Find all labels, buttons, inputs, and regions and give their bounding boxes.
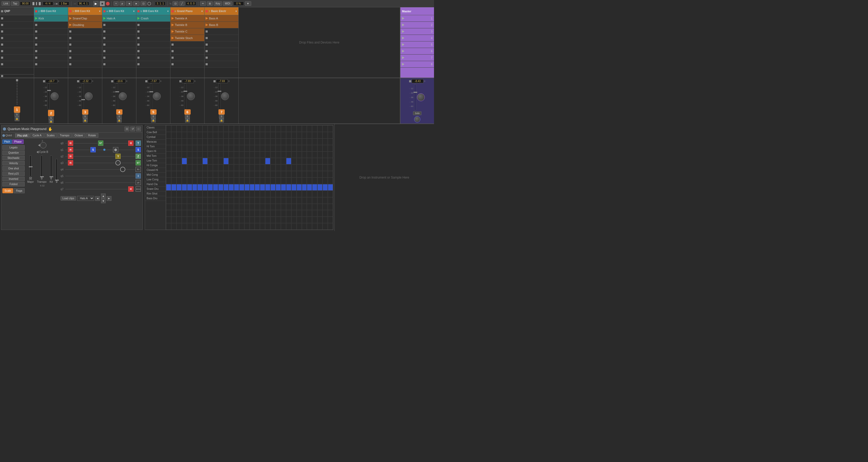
- drum-cell-14-24[interactable]: [291, 217, 297, 223]
- clip-4-3[interactable]: [102, 28, 136, 35]
- clip-4-7[interactable]: [102, 55, 136, 61]
- drum-cell-3-0[interactable]: [166, 145, 171, 152]
- drum-cell-0-24[interactable]: [291, 125, 297, 132]
- clip-twinkle-b[interactable]: Twinkle B: [170, 22, 204, 28]
- drum-cell-11-5[interactable]: [192, 197, 197, 204]
- master-slot-4[interactable]: 4: [400, 35, 434, 41]
- scale-slider[interactable]: [30, 155, 31, 177]
- drum-cell-12-26[interactable]: [302, 204, 307, 210]
- q1-gate-plus[interactable]: ⊕: [113, 147, 118, 152]
- drum-cell-3-17[interactable]: [255, 145, 260, 152]
- drum-cell-5-12[interactable]: [229, 158, 234, 164]
- drum-cell-12-11[interactable]: [223, 204, 229, 210]
- drum-cell-0-0[interactable]: [166, 125, 171, 132]
- kit-slider[interactable]: [50, 155, 52, 177]
- drum-cell-8-19[interactable]: [265, 178, 270, 184]
- drum-cell-9-25[interactable]: [297, 184, 302, 191]
- drum-cell-1-21[interactable]: [276, 132, 281, 138]
- drum-cell-1-4[interactable]: [187, 132, 192, 138]
- fader-4[interactable]: [116, 83, 118, 109]
- db-display-2[interactable]: -16.7: [45, 79, 57, 83]
- drum-cell-12-1[interactable]: [171, 204, 177, 210]
- drum-cell-12-2[interactable]: [177, 204, 182, 210]
- drum-cell-0-23[interactable]: [286, 125, 291, 132]
- drum-cell-10-6[interactable]: [197, 191, 203, 197]
- back-btn[interactable]: ◄: [126, 1, 132, 6]
- drum-cell-11-15[interactable]: [244, 197, 250, 204]
- drum-cell-3-5[interactable]: [192, 145, 197, 152]
- drum-cell-4-0[interactable]: [166, 152, 171, 158]
- knob-master[interactable]: [417, 93, 425, 101]
- drum-cell-7-2[interactable]: [177, 171, 182, 178]
- drum-cell-4-10[interactable]: [218, 152, 223, 158]
- drum-cell-8-2[interactable]: [177, 178, 182, 184]
- drum-cell-2-29[interactable]: [317, 138, 322, 145]
- drum-cell-15-21[interactable]: [276, 223, 281, 230]
- drum-cell-2-7[interactable]: [203, 138, 208, 145]
- drum-cell-6-2[interactable]: [177, 164, 182, 171]
- drum-cell-11-22[interactable]: [281, 197, 286, 204]
- drum-cell-7-16[interactable]: [250, 171, 255, 178]
- drum-cell-2-22[interactable]: [281, 138, 286, 145]
- drum-cell-1-31[interactable]: [328, 132, 333, 138]
- clip-3-4[interactable]: [68, 35, 102, 41]
- clip-2-8[interactable]: [34, 61, 68, 68]
- drum-cell-0-17[interactable]: [255, 125, 260, 132]
- drum-cell-6-24[interactable]: [291, 164, 297, 171]
- drum-cell-5-6[interactable]: [197, 158, 203, 164]
- drum-cell-11-30[interactable]: [322, 197, 328, 204]
- drum-cell-10-5[interactable]: [192, 191, 197, 197]
- drum-cell-9-17[interactable]: [255, 184, 260, 191]
- drum-cell-6-9[interactable]: [213, 164, 218, 171]
- drum-cell-8-0[interactable]: [166, 178, 171, 184]
- solo-s-4[interactable]: S: [117, 115, 121, 118]
- transpo-slider[interactable]: [41, 155, 42, 177]
- drum-cell-12-8[interactable]: [208, 204, 213, 210]
- drum-cell-13-2[interactable]: [177, 210, 182, 217]
- clip-3-8[interactable]: [68, 61, 102, 68]
- drum-cell-8-28[interactable]: [312, 178, 317, 184]
- drum-cell-3-20[interactable]: [270, 145, 276, 152]
- solo-s-1[interactable]: S: [14, 113, 19, 116]
- loop-circle[interactable]: [147, 2, 151, 5]
- master-slot-7[interactable]: 7: [400, 55, 434, 61]
- drum-cell-15-27[interactable]: [307, 223, 312, 230]
- drum-cell-3-21[interactable]: [276, 145, 281, 152]
- drum-cell-4-9[interactable]: [213, 152, 218, 158]
- drum-cell-1-11[interactable]: [223, 132, 229, 138]
- clip-7-4[interactable]: [205, 35, 238, 41]
- q4-gate-empty[interactable]: [120, 167, 125, 172]
- clip-5-6[interactable]: [136, 48, 170, 55]
- tab-transpo[interactable]: Transpo: [57, 133, 71, 137]
- drum-cell-12-20[interactable]: [270, 204, 276, 210]
- db-display-4[interactable]: -10.6: [114, 79, 126, 83]
- drum-cell-0-29[interactable]: [317, 125, 322, 132]
- drum-cell-4-20[interactable]: [270, 152, 276, 158]
- legato-btn[interactable]: Legato: [2, 145, 25, 150]
- drum-cell-7-9[interactable]: [213, 171, 218, 178]
- drum-cell-0-5[interactable]: [192, 125, 197, 132]
- clip-kick[interactable]: Kick: [34, 15, 68, 22]
- drum-cell-13-0[interactable]: [166, 210, 171, 217]
- drum-cell-4-12[interactable]: [229, 152, 234, 158]
- drum-cell-13-27[interactable]: [307, 210, 312, 217]
- drum-cell-6-16[interactable]: [250, 164, 255, 171]
- q0-gate-h[interactable]: H: [68, 141, 73, 146]
- drum-cell-10-10[interactable]: [218, 191, 223, 197]
- drum-cell-0-21[interactable]: [276, 125, 281, 132]
- clip-5-3[interactable]: [136, 28, 170, 35]
- drum-cell-12-23[interactable]: [286, 204, 291, 210]
- drum-cell-1-28[interactable]: [312, 132, 317, 138]
- drum-cell-15-24[interactable]: [291, 223, 297, 230]
- mixer-1-mute[interactable]: [16, 79, 18, 81]
- clip-2-5[interactable]: [34, 41, 68, 48]
- drum-cell-5-31[interactable]: [328, 158, 333, 164]
- drum-cell-4-2[interactable]: [177, 152, 182, 158]
- drum-cell-8-24[interactable]: [291, 178, 297, 184]
- drum-cell-10-9[interactable]: [213, 191, 218, 197]
- drum-cell-7-7[interactable]: [203, 171, 208, 178]
- add-btn[interactable]: +: [114, 1, 119, 6]
- drum-cell-9-20[interactable]: [270, 184, 276, 191]
- drum-cell-3-29[interactable]: [317, 145, 322, 152]
- drum-cell-11-28[interactable]: [312, 197, 317, 204]
